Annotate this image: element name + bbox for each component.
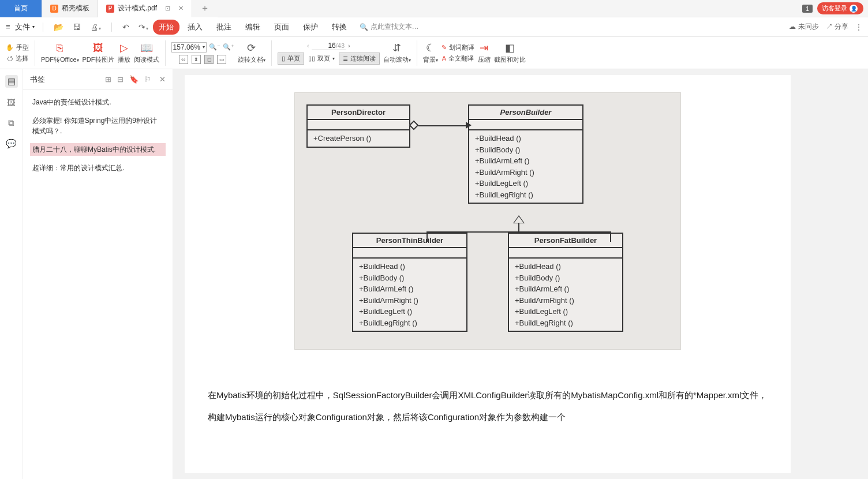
pdf-to-office[interactable]: ⎘PDF转Office▾: [41, 42, 79, 64]
document-viewport[interactable]: PersonDirector +CreatePerson () PersonBu…: [173, 69, 868, 479]
bookmark-item[interactable]: 超详细：常用的设计模式汇总.: [30, 162, 166, 174]
compare-icon: ◧: [505, 42, 515, 54]
fit-page-icon[interactable]: ⬍: [192, 55, 201, 64]
bookmark-title: 书签: [30, 74, 45, 85]
page-next[interactable]: ›: [348, 42, 350, 49]
ribbon: ✋手型 ⭯选择 ⎘PDF转Office▾ 🖼PDF转图片 ▷播放 📖阅读模式 1…: [0, 37, 868, 69]
book-icon: 📖: [140, 42, 153, 54]
bookmark-item[interactable]: Java中的责任链设计模式.: [30, 96, 166, 108]
login-button[interactable]: 访客登录 👤: [817, 2, 863, 14]
save-icon[interactable]: 🖫: [70, 21, 83, 33]
attachment-icon[interactable]: ⧉: [5, 117, 18, 129]
undo-icon[interactable]: ↶: [120, 21, 132, 33]
close-panel-icon[interactable]: ✕: [159, 75, 166, 84]
cursor-icon: ⭯: [7, 55, 13, 62]
menutab-edit[interactable]: 编辑: [240, 20, 266, 35]
read-mode[interactable]: 📖阅读模式: [134, 42, 159, 64]
open-icon[interactable]: 📂: [51, 21, 66, 33]
menutab-page[interactable]: 页面: [268, 20, 295, 35]
avatar-icon: 👤: [850, 5, 858, 13]
compare[interactable]: ◧截图和对比: [494, 42, 526, 64]
pin-icon[interactable]: ⊡: [165, 5, 170, 12]
outline-icon[interactable]: ▤: [5, 75, 18, 88]
rotate-icon: ⟳: [247, 42, 256, 54]
rotate-doc[interactable]: ⟳旋转文档▾: [238, 42, 265, 64]
cloud-icon: ☁: [789, 23, 796, 31]
menutab-protect[interactable]: 保护: [297, 20, 324, 35]
uml-diagram: PersonDirector +CreatePerson () PersonBu…: [294, 92, 681, 350]
tab-shell-templates[interactable]: D 稻壳模板: [42, 0, 98, 17]
collapse-icon[interactable]: ⊟: [117, 75, 124, 84]
more-icon[interactable]: ⋮: [855, 23, 862, 31]
share-button[interactable]: ↗ 分享: [826, 22, 848, 32]
hamburger-icon[interactable]: ≡: [6, 23, 10, 31]
close-tab-icon[interactable]: ✕: [178, 5, 184, 12]
arrow-head-icon: [466, 122, 472, 129]
zoom-combo[interactable]: 157.06%▾: [171, 42, 207, 53]
image-panel-icon[interactable]: 🖼: [5, 96, 18, 108]
bookmark-item[interactable]: 必须掌握! 你知道Spring中运用的9种设计模式吗？.: [30, 114, 166, 137]
play-icon: ▷: [120, 42, 128, 54]
class-person-director: PersonDirector +CreatePerson (): [306, 104, 410, 148]
fit-window-icon[interactable]: ▭: [217, 55, 226, 64]
play-button[interactable]: ▷播放: [118, 42, 130, 64]
page-number-input[interactable]: /43: [312, 42, 346, 50]
bookmark-flag-icon[interactable]: ⚐: [144, 75, 151, 84]
moon-icon: ☾: [426, 42, 435, 54]
bookmark-panel: 书签 ⊞ ⊟ 🔖 ⚐ ✕ Java中的责任链设计模式. 必须掌握! 你知道Spr…: [23, 69, 173, 479]
bookmark-list: Java中的责任链设计模式. 必须掌握! 你知道Spring中运用的9种设计模式…: [23, 90, 173, 180]
pdf-page: PersonDirector +CreatePerson () PersonBu…: [185, 75, 791, 473]
document-body-text: 在Mybatis环境的初始化过程中，SqlSessionFactoryBuild…: [208, 384, 768, 428]
autoscroll[interactable]: ⇵自动滚动▾: [383, 42, 411, 64]
fit-actual-icon[interactable]: ◻: [204, 55, 214, 64]
translate-full-icon: A: [442, 55, 446, 62]
menutab-insert[interactable]: 插入: [182, 20, 208, 35]
search-box[interactable]: 🔍 点此查找文本…: [360, 22, 419, 32]
view-continuous[interactable]: ≣连续阅读: [339, 53, 380, 65]
menutab-convert[interactable]: 转换: [326, 20, 353, 35]
hand-tool[interactable]: ✋手型: [6, 43, 29, 52]
word-translate[interactable]: ✎划词翻译: [442, 43, 474, 52]
file-menu[interactable]: 文件▾: [15, 22, 35, 32]
comments-icon[interactable]: 💬: [5, 137, 18, 150]
single-page-icon: ▯: [282, 55, 285, 62]
aggregation-diamond-icon: [409, 121, 419, 130]
side-iconbar: ▤ 🖼 ⧉ 💬: [0, 69, 23, 479]
full-translate[interactable]: A全文翻译: [442, 54, 474, 63]
translate-icon: ✎: [442, 44, 447, 51]
expand-icon[interactable]: ⊞: [105, 75, 111, 84]
sync-status[interactable]: ☁ 未同步: [789, 22, 818, 32]
fit-width-icon[interactable]: ⬄: [179, 55, 188, 64]
tab-new[interactable]: ＋: [192, 0, 218, 17]
view-double[interactable]: ▯▯双页▾: [304, 53, 339, 65]
background[interactable]: ☾背景▾: [423, 42, 438, 64]
compress[interactable]: ⇥压缩: [478, 42, 491, 64]
tab-document-active[interactable]: P 设计模式.pdf ⊡ ✕: [98, 0, 192, 17]
pdf-to-image[interactable]: 🖼PDF转图片: [83, 42, 114, 64]
shell-icon: D: [50, 5, 58, 13]
bookmark-item-selected[interactable]: 腊月二十八，聊聊MyBatis中的设计模式.: [30, 143, 166, 156]
class-person-builder: PersonBuilder +BuildHead ()+BuildBody ()…: [468, 104, 583, 204]
pdf-image-icon: 🖼: [93, 42, 103, 54]
print-icon[interactable]: 🖨: [88, 21, 103, 33]
bookmark-add-icon[interactable]: 🔖: [129, 75, 139, 84]
redo-icon[interactable]: ↷: [136, 21, 151, 33]
hand-icon: ✋: [6, 44, 14, 51]
zoom-out-icon[interactable]: 🔍⁻: [209, 43, 220, 51]
page-prev[interactable]: ‹: [307, 42, 309, 49]
menutab-annotate[interactable]: 批注: [211, 20, 237, 35]
tab-home[interactable]: 首页: [0, 0, 42, 17]
class-person-fat-builder: PersonFatBuilder +BuildHead ()+BuildBody…: [508, 233, 623, 332]
select-tool[interactable]: ⭯选择: [7, 54, 28, 63]
share-icon: ↗: [826, 23, 833, 31]
zoom-in-icon[interactable]: 🔍⁺: [223, 43, 234, 51]
compress-icon: ⇥: [480, 42, 488, 54]
menutab-start[interactable]: 开始: [153, 20, 179, 35]
notification-badge[interactable]: 1: [802, 5, 813, 13]
search-icon: 🔍: [360, 23, 368, 31]
pdf-office-icon: ⎘: [57, 42, 63, 54]
class-person-thin-builder: PersonThinBuilder +BuildHead ()+BuildBod…: [352, 233, 467, 332]
continuous-icon: ≣: [343, 55, 348, 62]
double-page-icon: ▯▯: [308, 55, 315, 62]
view-single[interactable]: ▯单页: [278, 53, 304, 65]
